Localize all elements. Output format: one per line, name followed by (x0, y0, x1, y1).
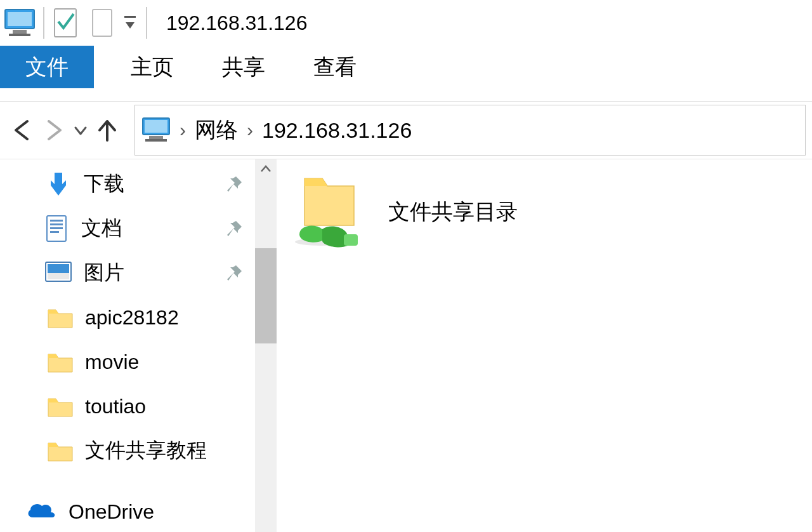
svg-rect-18 (48, 273, 69, 279)
sidebar-item-label: apic28182 (85, 306, 179, 329)
svg-rect-2 (13, 30, 27, 34)
shared-folder-item[interactable]: 文件共享目录 (293, 171, 796, 253)
svg-rect-3 (9, 34, 30, 36)
history-dropdown[interactable] (70, 123, 91, 138)
qat-properties-icon[interactable] (52, 6, 79, 39)
folder-icon (47, 395, 74, 418)
tab-file-label: 文件 (25, 53, 69, 82)
svg-rect-14 (50, 227, 63, 229)
svg-rect-10 (145, 139, 167, 142)
svg-rect-5 (93, 10, 112, 36)
sidebar-item-onedrive[interactable]: OneDrive (0, 489, 255, 532)
tab-home-label: 主页 (131, 53, 174, 82)
content-pane[interactable]: 文件共享目录 (277, 159, 812, 532)
tab-share-label: 共享 (222, 53, 265, 82)
pin-icon (225, 175, 244, 194)
pictures-icon (44, 261, 72, 285)
breadcrumb-current[interactable]: 192.168.31.126 (262, 118, 412, 143)
sidebar-item-folder[interactable]: 文件共享教程 (0, 429, 255, 473)
tab-share[interactable]: 共享 (198, 46, 289, 88)
folder-icon (47, 306, 74, 329)
forward-button[interactable] (38, 114, 70, 146)
breadcrumb-network[interactable]: 网络 (195, 116, 238, 145)
sidebar-item-folder[interactable]: apic28182 (0, 295, 255, 340)
computer-icon (4, 8, 36, 37)
svg-rect-15 (50, 231, 59, 233)
tab-file[interactable]: 文件 (0, 46, 94, 88)
document-icon (44, 215, 70, 243)
shared-folder-icon (293, 171, 363, 253)
sidebar-item-downloads[interactable]: 下载 (0, 162, 255, 206)
download-icon (44, 170, 72, 198)
sidebar-gap (0, 473, 255, 489)
svg-rect-8 (145, 120, 167, 133)
svg-rect-6 (124, 16, 136, 18)
sidebar-scrollbar[interactable] (255, 159, 277, 532)
sidebar-item-folder[interactable]: toutiao (0, 384, 255, 429)
sidebar-item-label: 文档 (81, 215, 122, 243)
qat-new-icon[interactable] (90, 7, 115, 39)
folder-icon (47, 439, 74, 462)
svg-rect-9 (149, 136, 163, 139)
chevron-right-icon[interactable]: › (247, 119, 253, 141)
address-bar[interactable]: › 网络 › 192.168.31.126 (134, 105, 806, 156)
item-name: 文件共享目录 (388, 197, 518, 227)
pin-icon (225, 219, 244, 238)
svg-rect-13 (50, 223, 63, 225)
tab-view-label: 查看 (313, 53, 357, 82)
sidebar-item-label: toutiao (85, 395, 146, 418)
explorer-body: 下载 文档 图片 (0, 159, 812, 532)
svg-rect-12 (50, 220, 63, 222)
sidebar-item-label: 文件共享教程 (85, 437, 207, 465)
sidebar-item-documents[interactable]: 文档 (0, 206, 255, 251)
sidebar-item-label: OneDrive (69, 500, 154, 524)
separator (146, 7, 147, 39)
svg-rect-1 (8, 12, 32, 26)
sidebar-item-label: 下载 (84, 170, 124, 198)
computer-icon (141, 117, 171, 143)
tab-home[interactable]: 主页 (107, 46, 198, 88)
sidebar-tree: 下载 文档 图片 (0, 159, 255, 532)
back-button[interactable] (6, 114, 38, 146)
title-bar: 192.168.31.126 (0, 0, 812, 46)
scroll-up-icon[interactable] (255, 159, 277, 178)
folder-icon (47, 350, 74, 373)
ribbon-divider (0, 89, 812, 102)
sidebar-item-folder[interactable]: movie (0, 340, 255, 384)
sidebar-item-pictures[interactable]: 图片 (0, 251, 255, 295)
separator (43, 7, 44, 39)
sidebar-item-label: movie (85, 350, 139, 374)
up-button[interactable] (91, 114, 123, 146)
navigation-pane: 下载 文档 图片 (0, 159, 277, 532)
onedrive-icon (25, 501, 57, 522)
qat-dropdown-icon[interactable] (122, 7, 138, 39)
pin-icon (225, 263, 244, 283)
navigation-row: › 网络 › 192.168.31.126 (0, 102, 812, 159)
ribbon-tabs: 文件 主页 共享 查看 (0, 46, 812, 89)
scroll-thumb[interactable] (255, 248, 277, 343)
svg-rect-17 (48, 264, 69, 273)
chevron-right-icon[interactable]: › (180, 119, 186, 141)
window-title: 192.168.31.126 (166, 11, 307, 35)
svg-rect-20 (344, 234, 358, 246)
tab-view[interactable]: 查看 (289, 46, 381, 88)
sidebar-item-label: 图片 (84, 259, 124, 287)
